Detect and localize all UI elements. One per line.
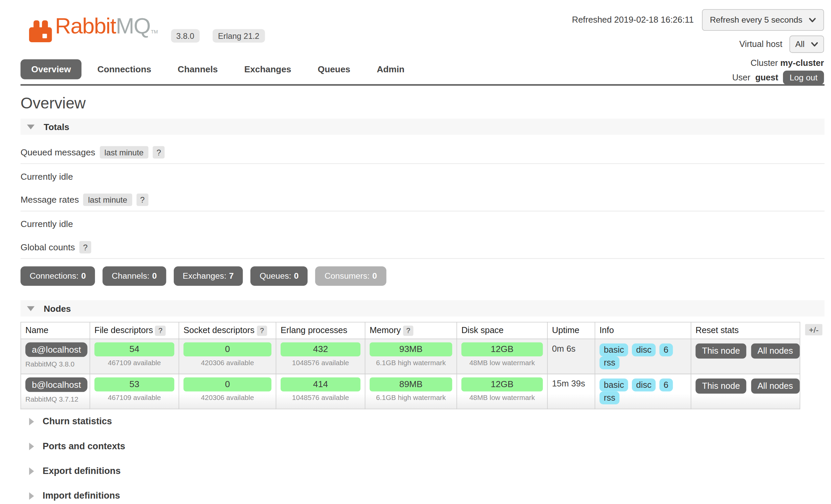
col-socket-descriptors-label: Socket descriptors	[184, 326, 255, 335]
page-title: Overview	[21, 94, 825, 112]
section-churn-statistics[interactable]: Churn statistics	[29, 409, 825, 434]
col-reset-stats: Reset stats	[691, 322, 800, 339]
column-toggle-button[interactable]: +/-	[805, 324, 822, 335]
expand-triangle-icon	[29, 443, 34, 450]
erlang-processes-bar: 414	[281, 377, 360, 391]
header-divider	[21, 84, 825, 86]
node-row: b@localhost RabbitMQ 3.7.12 53 467109 av…	[21, 374, 800, 409]
queued-status-text: Currently idle	[21, 172, 825, 182]
info-badge-rss: rss	[599, 356, 620, 369]
logout-button[interactable]: Log out	[783, 71, 824, 84]
tab-exchanges[interactable]: Exchanges	[233, 59, 302, 79]
disk-space-watermark: 48MB low watermark	[461, 358, 543, 367]
file-descriptors-cell: 54 467109 available	[90, 339, 179, 374]
rabbitmq-logo-icon	[28, 19, 53, 44]
queues-count-label: Queues:	[260, 271, 291, 280]
file-descriptors-help-icon[interactable]: ?	[155, 326, 166, 336]
info-badge-basic: basic	[599, 344, 628, 356]
col-disk-space-label: Disk space	[461, 326, 504, 335]
file-descriptors-available: 467109 available	[94, 358, 174, 367]
totals-section-header[interactable]: Totals	[21, 119, 825, 135]
rabbitmq-management-ui: RabbitMQTM 3.8.0 Erlang 21.2 Refreshed 2…	[0, 0, 831, 504]
reset-all-nodes-button[interactable]: All nodes	[751, 344, 799, 359]
nodes-table: Name File descriptors? Socket descriptor…	[21, 322, 800, 409]
expand-triangle-icon	[29, 492, 34, 500]
node-name-badge[interactable]: a@localhost	[25, 343, 88, 357]
section-ports-and-contexts[interactable]: Ports and contexts	[29, 434, 825, 459]
info-badge-rss: rss	[599, 392, 620, 404]
global-counts-help-icon[interactable]: ?	[79, 241, 91, 253]
memory-cell: 89MB 6.1GB high watermark	[365, 374, 457, 409]
reset-this-node-button[interactable]: This node	[695, 378, 746, 394]
tab-channels[interactable]: Channels	[167, 59, 229, 79]
refresh-controls: Refreshed 2019-02-18 16:26:11 Refresh ev…	[572, 9, 824, 31]
memory-cell: 93MB 6.1GB high watermark	[365, 339, 457, 374]
cluster-name: my-cluster	[780, 58, 824, 67]
queued-help-icon[interactable]: ?	[153, 146, 165, 159]
section-export-definitions[interactable]: Export definitions	[29, 459, 825, 483]
memory-watermark: 6.1GB high watermark	[370, 394, 452, 402]
info-badge-disc: disc	[632, 344, 656, 356]
nodes-table-wrap: Name File descriptors? Socket descriptor…	[21, 322, 825, 409]
message-rates-label: Message rates	[21, 195, 79, 205]
rates-help-icon[interactable]: ?	[136, 194, 148, 206]
col-memory: Memory?	[365, 322, 457, 339]
virtual-host-dropdown[interactable]: All	[789, 35, 824, 53]
divider	[21, 211, 825, 211]
refreshed-timestamp: Refreshed 2019-02-18 16:26:11	[572, 15, 694, 25]
divider	[21, 163, 825, 164]
chevron-down-icon	[809, 18, 816, 22]
memory-watermark: 6.1GB high watermark	[370, 358, 452, 367]
rates-period-badge[interactable]: last minute	[83, 194, 132, 206]
memory-help-icon[interactable]: ?	[403, 326, 413, 336]
erlang-processes-bar: 432	[281, 343, 360, 356]
totals-section-title: Totals	[44, 122, 69, 132]
rabbitmq-logo[interactable]: RabbitMQTM	[28, 14, 158, 44]
tab-queues[interactable]: Queues	[307, 59, 361, 79]
section-label: Export definitions	[43, 466, 121, 477]
disk-space-bar: 12GB	[461, 343, 543, 356]
reset-stats-cell: This node All nodes	[691, 374, 800, 409]
tab-connections[interactable]: Connections	[87, 59, 162, 79]
main-nav: Overview Connections Channels Exchanges …	[21, 59, 416, 79]
brand-wordmark: RabbitMQTM	[55, 14, 158, 44]
channels-count-button[interactable]: Channels:0	[102, 266, 166, 285]
erlang-processes-cell: 432 1048576 available	[276, 339, 365, 374]
tab-admin[interactable]: Admin	[366, 59, 416, 79]
refresh-interval-dropdown[interactable]: Refresh every 5 seconds	[702, 9, 824, 31]
socket-descriptors-bar: 0	[184, 377, 271, 391]
col-memory-label: Memory	[370, 326, 401, 335]
rabbitmq-version-badge: 3.8.0	[171, 29, 199, 43]
disk-space-watermark: 48MB low watermark	[461, 394, 543, 402]
erlang-version-badge: Erlang 21.2	[213, 29, 265, 43]
col-name-label: Name	[25, 326, 48, 335]
consumers-count-label: Consumers:	[325, 271, 370, 280]
disk-space-cell: 12GB 48MB low watermark	[457, 339, 547, 374]
exchanges-count-button[interactable]: Exchanges:7	[173, 266, 243, 285]
queued-period-badge[interactable]: last minute	[100, 146, 149, 159]
socket-descriptors-bar: 0	[184, 343, 271, 356]
consumers-count-button: Consumers:0	[315, 266, 386, 285]
connections-count-button[interactable]: Connections:0	[21, 266, 95, 285]
col-file-descriptors-label: File descriptors	[94, 326, 153, 335]
brand-name-primary: Rabbit	[55, 14, 116, 38]
nodes-section-header[interactable]: Nodes	[21, 300, 825, 317]
user-label: User	[732, 73, 751, 82]
section-import-definitions[interactable]: Import definitions	[29, 484, 825, 504]
node-name-badge[interactable]: b@localhost	[25, 377, 88, 392]
collapse-triangle-icon	[27, 124, 34, 129]
chevron-down-icon	[811, 42, 818, 47]
socket-descriptors-help-icon[interactable]: ?	[257, 326, 267, 336]
cluster-info: Cluster my-cluster	[751, 58, 824, 68]
node-uptime: 0m 6s	[547, 339, 595, 374]
section-label: Ports and contexts	[43, 441, 125, 452]
reset-all-nodes-button[interactable]: All nodes	[751, 378, 799, 394]
queues-count-button[interactable]: Queues:0	[251, 266, 308, 285]
brand-name-secondary: MQ	[116, 14, 150, 38]
reset-this-node-button[interactable]: This node	[695, 344, 746, 359]
connections-count-value: 0	[81, 271, 86, 280]
connections-count-label: Connections:	[30, 271, 78, 280]
tab-overview[interactable]: Overview	[21, 59, 82, 79]
memory-bar: 93MB	[370, 343, 452, 356]
col-reset-stats-label: Reset stats	[695, 326, 739, 335]
